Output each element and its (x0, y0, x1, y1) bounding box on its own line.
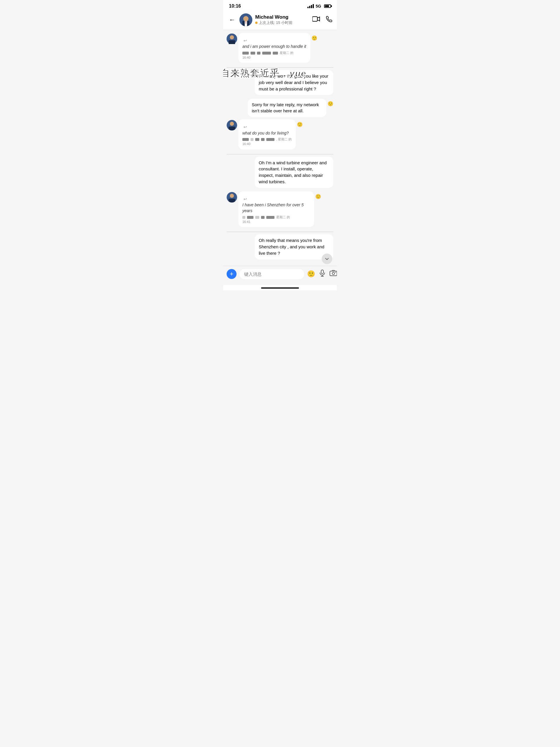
bubble-time-6: 16:41 (242, 220, 310, 224)
bubble-meta-4: , 星期二 的 (242, 137, 292, 142)
message-group-3: Sorry for my late reply, my network isn'… (226, 99, 334, 117)
scroll-to-bottom-button[interactable] (322, 254, 332, 264)
bubble-received-4: ↩ what do you do for living? , 星期二 的 16:… (238, 119, 296, 149)
reply-icon-6: ↩ (243, 196, 310, 202)
msg-sent-2: Oh really wow I'm glad you like your job… (226, 70, 334, 95)
emoji-reaction-3: 🙂 (327, 99, 334, 106)
contact-name: Micheal Wong (255, 14, 310, 20)
quoted-text-6: I have been i Shenzhen for over 5 years (242, 202, 310, 214)
svg-point-4 (243, 16, 248, 21)
status-icons: 5G (308, 4, 331, 8)
msg-received-6: ↩ I have been i Shenzhen for over 5 year… (226, 191, 334, 227)
redacted-4 (262, 52, 271, 55)
timestamp-label-4: , 星期二 的 (276, 137, 292, 142)
redacted-2 (250, 52, 255, 55)
svg-rect-11 (229, 40, 235, 44)
sent-text-5: Oh I'm a wind turbine engineer and consu… (259, 160, 327, 184)
message-group-6: ↩ I have been i Shenzhen for over 5 year… (226, 191, 334, 227)
msg-received-4: ↩ what do you do for living? , 星期二 的 16:… (226, 119, 334, 149)
status-time: 10:16 (229, 3, 241, 9)
bubble-sent-5: Oh I'm a wind turbine engineer and consu… (255, 157, 334, 188)
msg-sent-7: Oh really that means you're from Shenzhe… (226, 234, 334, 259)
redacted-6-4 (261, 216, 265, 219)
bubble-time-4: 16:40 (242, 142, 292, 147)
bubble-received-6: ↩ I have been i Shenzhen for over 5 year… (238, 191, 314, 227)
emoji-reaction-4: 🙂 (297, 119, 303, 127)
status-bar: 10:16 5G (223, 0, 337, 11)
redacted-6-2 (247, 216, 254, 219)
home-bar (261, 287, 299, 289)
signal-icon (308, 4, 314, 8)
bubble-received-1: ↩ and i am power enough to handle it 星期二… (238, 33, 310, 63)
svg-point-13 (230, 122, 234, 126)
divider-3 (226, 232, 334, 232)
svg-rect-7 (312, 17, 317, 21)
camera-icon[interactable] (329, 270, 337, 278)
svg-rect-14 (229, 127, 235, 130)
reply-icon-4: ↩ (243, 124, 292, 130)
message-group-4: ↩ what do you do for living? , 星期二 的 16:… (226, 119, 334, 149)
svg-rect-21 (330, 271, 337, 276)
msg-received-1: ↩ and i am power enough to handle it 星期二… (226, 33, 334, 63)
redacted-5 (273, 52, 278, 55)
bubble-sent-2: Oh really wow I'm glad you like your job… (255, 70, 334, 95)
emoji-picker-icon[interactable]: 🙂 (307, 270, 315, 278)
sent-text-2: Oh really wow I'm glad you like your job… (259, 74, 328, 91)
sender-avatar-6 (226, 192, 237, 203)
msg-sent-3-wrapper: Sorry for my late reply, my network isn'… (226, 99, 334, 117)
emoji-reaction-1: 🙂 (312, 33, 317, 41)
message-group-5: Oh I'm a wind turbine engineer and consu… (226, 157, 334, 189)
sender-avatar-1 (226, 33, 237, 44)
bubble-time-1: 16:40 (242, 55, 306, 60)
redacted-4-5 (266, 138, 274, 141)
online-indicator (255, 22, 258, 24)
contact-info: Micheal Wong 上次上线: 15 小时前 (255, 14, 310, 25)
chat-header: ← Micheal Wong 上次上线: (223, 11, 337, 30)
redacted-1 (242, 52, 249, 55)
sent-text-3: Sorry for my late reply, my network isn'… (252, 102, 319, 113)
redacted-6-5 (266, 216, 274, 219)
bubble-sent-7: Oh really that means you're from Shenzhe… (255, 234, 334, 259)
contact-avatar[interactable] (239, 14, 252, 26)
phone-call-icon[interactable] (326, 16, 332, 24)
svg-point-16 (230, 194, 234, 198)
message-group-1: ↩ and i am power enough to handle it 星期二… (226, 33, 334, 63)
network-type: 5G (316, 4, 321, 8)
bubble-meta-1: 星期二 的 (242, 51, 306, 55)
home-indicator (223, 285, 337, 290)
redacted-4-4 (261, 138, 265, 141)
svg-point-23 (336, 272, 336, 273)
redacted-4-2 (250, 138, 254, 141)
redacted-4-1 (242, 138, 249, 141)
reply-icon-1: ↩ (243, 37, 306, 44)
contact-status: 上次上线: 15 小时前 (255, 20, 310, 25)
microphone-icon[interactable] (319, 269, 325, 278)
plus-button[interactable]: + (226, 269, 237, 279)
redacted-4-3 (255, 138, 259, 141)
redacted-6-1 (242, 216, 245, 219)
timestamp-label-1: 星期二 的 (280, 51, 293, 55)
svg-rect-18 (321, 270, 323, 274)
bubble-sent-3: Sorry for my late reply, my network isn'… (248, 99, 326, 117)
quoted-text-1: and i am power enough to handle it (242, 44, 306, 49)
quoted-text-4: what do you do for living? (242, 130, 292, 136)
svg-point-22 (332, 272, 335, 275)
msg-sent-5: Oh I'm a wind turbine engineer and consu… (226, 157, 334, 188)
divider-2 (226, 154, 334, 154)
bubble-meta-6: 星期二 的 (242, 215, 310, 220)
svg-rect-17 (229, 199, 235, 203)
sent-text-7: Oh really that means you're from Shenzhe… (259, 238, 324, 256)
video-call-icon[interactable] (312, 16, 320, 24)
emoji-reaction-6: 🙂 (315, 191, 321, 199)
back-button[interactable]: ← (228, 15, 237, 25)
message-group-2: Oh really wow I'm glad you like your job… (226, 70, 334, 96)
message-input[interactable] (239, 269, 304, 279)
avatar-image (239, 14, 252, 26)
header-action-icons (312, 16, 332, 24)
svg-marker-8 (317, 17, 320, 21)
battery-icon (324, 4, 331, 8)
chat-area: ↩ and i am power enough to handle it 星期二… (223, 30, 337, 266)
input-action-icons: 🙂 (307, 269, 337, 278)
last-seen: 上次上线: 15 小时前 (259, 20, 293, 25)
timestamp-label-6: 星期二 的 (276, 215, 290, 220)
